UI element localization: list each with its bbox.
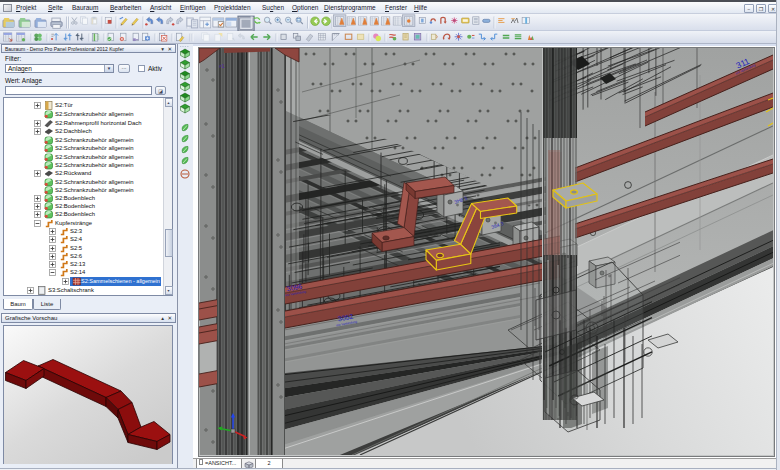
svg-text:≠1: ≠1 [219,63,225,69]
